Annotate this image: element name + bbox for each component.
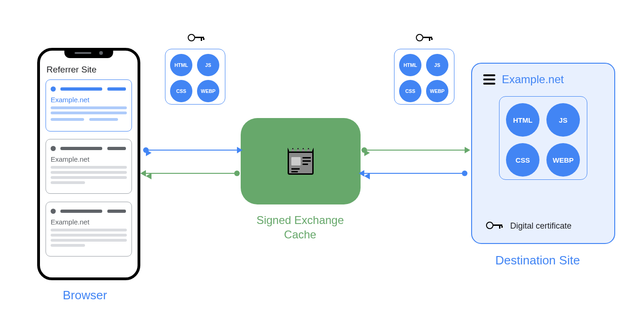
chip-css: CSS [399, 80, 421, 102]
arrow-cache-to-destination [364, 150, 465, 151]
resource-bundle-destination: HTML JS CSS WEBP [499, 96, 587, 180]
placeholder-bar [60, 210, 102, 213]
chip-css: CSS [170, 80, 192, 102]
placeholder-bar [107, 147, 126, 150]
destination-header: Example.net [483, 73, 564, 86]
phone-frame: Referrer Site Example.net Example.net [37, 48, 140, 280]
arrow-cache-to-browser [146, 173, 237, 174]
card-title: Example.net [51, 96, 127, 104]
bullet-icon [51, 209, 56, 214]
chip-js: JS [546, 103, 580, 137]
chip-webp: WEBP [426, 80, 448, 102]
chip-html: HTML [506, 103, 539, 137]
key-icon [416, 33, 434, 43]
placeholder-bar [107, 210, 126, 213]
result-card: Example.net [46, 202, 132, 257]
key-icon [486, 221, 505, 231]
diagram-canvas: Referrer Site Example.net Example.net [0, 0, 644, 316]
signed-exchange-cache [241, 118, 361, 204]
destination-site-panel: Example.net HTML JS CSS WEBP Digital cer… [471, 63, 615, 244]
chip-webp: WEBP [197, 80, 219, 102]
bullet-icon [51, 146, 56, 151]
card-title: Example.net [51, 218, 127, 226]
chip-css: CSS [506, 143, 539, 177]
placeholder-bar [60, 87, 102, 91]
digital-certificate-row: Digital certificate [486, 221, 572, 231]
digital-certificate-label: Digital certificate [510, 221, 572, 231]
browser-label: Browser [63, 288, 107, 303]
chip-js: JS [197, 54, 219, 76]
bullet-icon [51, 86, 56, 92]
card-title: Example.net [51, 155, 127, 163]
arrow-browser-to-cache [146, 150, 237, 151]
resource-bundle-right: HTML JS CSS WEBP [394, 49, 454, 105]
hamburger-icon [483, 74, 495, 85]
chip-html: HTML [170, 54, 192, 76]
referrer-site-title: Referrer Site [46, 65, 97, 75]
destination-site-label: Destination Site [495, 253, 580, 268]
news-icon [288, 148, 314, 175]
chip-js: JS [426, 54, 448, 76]
placeholder-lines [51, 229, 127, 247]
signed-exchange-cache-label: Signed Exchange Cache [251, 213, 349, 242]
key-icon [188, 33, 206, 43]
destination-title: Example.net [502, 73, 564, 86]
arrow-destination-to-cache [364, 173, 465, 174]
chip-webp: WEBP [546, 143, 580, 177]
resource-bundle-left: HTML JS CSS WEBP [165, 49, 225, 105]
result-card-active: Example.net [46, 79, 132, 132]
phone-notch [65, 48, 113, 58]
placeholder-bar [107, 87, 126, 91]
placeholder-lines [51, 106, 127, 125]
chip-html: HTML [399, 54, 421, 76]
result-card: Example.net [46, 139, 132, 194]
placeholder-bar [60, 147, 102, 150]
placeholder-lines [51, 166, 127, 184]
